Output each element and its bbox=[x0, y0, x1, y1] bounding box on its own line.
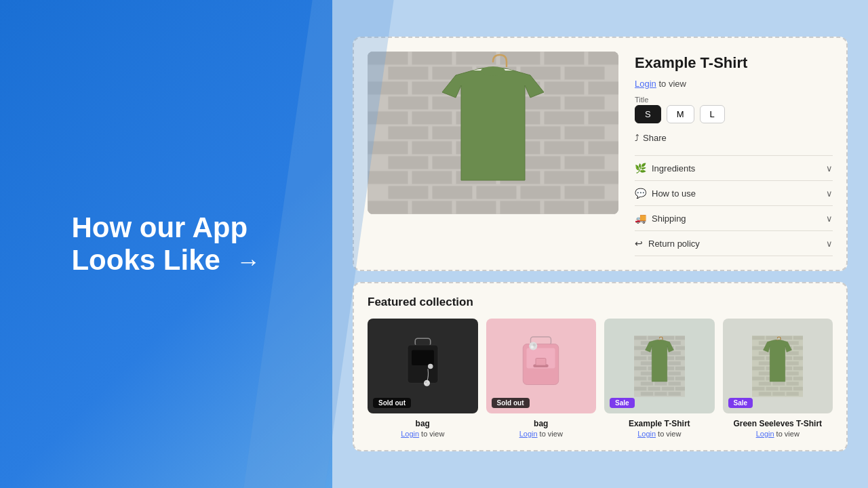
svg-rect-82 bbox=[675, 336, 685, 340]
svg-rect-6 bbox=[588, 52, 618, 65]
variant-l[interactable]: L bbox=[700, 105, 725, 123]
svg-rect-5 bbox=[544, 52, 585, 65]
product-thumb-image[interactable]: Sale bbox=[723, 319, 833, 413]
svg-rect-49 bbox=[544, 171, 585, 184]
product-name: Green Seeleves T-Shirt bbox=[733, 419, 822, 428]
svg-rect-65 bbox=[412, 350, 434, 365]
hero-line1: How our App bbox=[71, 211, 260, 244]
login-link[interactable]: Login bbox=[756, 430, 774, 438]
accordion-return-policy[interactable]: ↩ Return policy ∨ bbox=[635, 231, 833, 256]
svg-point-62 bbox=[481, 66, 505, 76]
hero-arrow: → bbox=[237, 247, 261, 275]
login-link[interactable]: Login bbox=[637, 430, 656, 438]
variant-label: Title bbox=[635, 96, 833, 104]
product-login: Login to view bbox=[756, 430, 800, 438]
svg-rect-51 bbox=[388, 186, 429, 199]
svg-rect-136 bbox=[752, 356, 765, 360]
svg-point-68 bbox=[425, 381, 427, 383]
right-panel: Example T-Shirt Login to view Title S M … bbox=[332, 0, 868, 488]
share-button[interactable]: ⤴ Share bbox=[635, 130, 833, 146]
product-thumb-image[interactable]: Sale bbox=[604, 319, 715, 413]
share-icon: ⤴ bbox=[635, 133, 639, 143]
variant-m[interactable]: M bbox=[667, 105, 694, 123]
svg-rect-35 bbox=[412, 141, 452, 155]
svg-rect-55 bbox=[564, 186, 605, 199]
svg-rect-46 bbox=[412, 171, 452, 184]
svg-rect-38 bbox=[544, 141, 585, 155]
svg-rect-53 bbox=[476, 186, 517, 199]
hero-text: How our App Looks Like → bbox=[31, 211, 301, 277]
return-policy-label: Return policy bbox=[648, 239, 700, 249]
variant-s[interactable]: S bbox=[635, 105, 661, 123]
svg-rect-142 bbox=[787, 361, 800, 365]
svg-rect-124 bbox=[780, 336, 793, 340]
accordion-ingredients[interactable]: 🌿 Ingredients ∨ bbox=[635, 156, 833, 181]
svg-rect-22 bbox=[564, 96, 605, 110]
list-item: Sale Green Seeleves T-Shirt Login to vie… bbox=[723, 319, 833, 438]
svg-rect-132 bbox=[793, 346, 803, 350]
accordion-how-to-use[interactable]: 💬 How to use ∨ bbox=[635, 181, 833, 206]
svg-rect-106 bbox=[668, 371, 681, 375]
svg-rect-17 bbox=[588, 81, 618, 95]
svg-rect-3 bbox=[456, 52, 496, 65]
svg-rect-147 bbox=[759, 371, 772, 375]
list-item: Sale Example T-Shirt Login to view bbox=[604, 319, 715, 438]
svg-rect-60 bbox=[544, 201, 585, 214]
product-login: Login to view bbox=[637, 430, 681, 438]
svg-rect-80 bbox=[648, 336, 660, 340]
svg-rect-58 bbox=[456, 201, 496, 214]
login-link[interactable]: Login bbox=[635, 79, 656, 89]
svg-rect-79 bbox=[634, 336, 647, 340]
bag-black-svg bbox=[397, 334, 448, 399]
list-item: Sold out bag Login to view bbox=[368, 319, 478, 438]
product-thumb-image[interactable]: Sold out bbox=[368, 319, 478, 413]
svg-rect-33 bbox=[564, 126, 605, 140]
tshirt-green2-sm-svg bbox=[752, 334, 803, 399]
svg-rect-18 bbox=[388, 96, 429, 110]
svg-rect-125 bbox=[793, 336, 803, 340]
product-thumb-image[interactable]: Sold out bbox=[486, 319, 597, 413]
login-link[interactable]: Login bbox=[401, 430, 419, 438]
product-card: Example T-Shirt Login to view Title S M … bbox=[353, 37, 848, 271]
products-grid: Sold out bag Login to view bbox=[368, 319, 833, 438]
accordion-list: 🌿 Ingredients ∨ 💬 How to use ∨ 🚚 Ship bbox=[635, 155, 833, 256]
svg-rect-45 bbox=[368, 171, 408, 184]
login-link[interactable]: Login bbox=[519, 430, 538, 438]
svg-rect-7 bbox=[388, 66, 429, 80]
variant-buttons: S M L bbox=[635, 105, 833, 123]
sold-out-badge: Sold out bbox=[373, 398, 411, 408]
svg-rect-96 bbox=[675, 356, 685, 360]
svg-rect-157 bbox=[752, 386, 765, 390]
svg-rect-90 bbox=[641, 351, 654, 355]
svg-rect-40 bbox=[388, 156, 429, 169]
svg-rect-54 bbox=[520, 186, 561, 199]
chevron-down-icon: ∨ bbox=[826, 214, 833, 224]
svg-rect-97 bbox=[641, 361, 654, 365]
svg-point-69 bbox=[427, 383, 429, 385]
svg-rect-150 bbox=[752, 376, 765, 380]
bag-pink-svg bbox=[515, 334, 566, 399]
svg-rect-110 bbox=[675, 376, 685, 380]
svg-rect-113 bbox=[668, 382, 681, 386]
svg-rect-59 bbox=[500, 201, 540, 214]
svg-rect-139 bbox=[793, 356, 803, 360]
svg-rect-149 bbox=[787, 371, 800, 375]
svg-rect-107 bbox=[634, 376, 647, 380]
svg-rect-93 bbox=[634, 356, 647, 360]
svg-rect-146 bbox=[793, 366, 803, 370]
product-title: Example T-Shirt bbox=[635, 54, 833, 72]
left-panel: How our App Looks Like → bbox=[0, 0, 332, 488]
svg-rect-32 bbox=[520, 126, 561, 140]
svg-rect-155 bbox=[772, 382, 785, 386]
svg-rect-118 bbox=[641, 392, 654, 396]
svg-rect-119 bbox=[654, 392, 667, 396]
featured-collection-title: Featured collection bbox=[368, 296, 833, 309]
svg-rect-99 bbox=[668, 361, 681, 365]
svg-rect-43 bbox=[520, 156, 561, 169]
accordion-shipping[interactable]: 🚚 Shipping ∨ bbox=[635, 206, 833, 231]
product-image-svg bbox=[368, 52, 618, 214]
featured-collection-card: Featured collection Sold out bbox=[353, 282, 848, 451]
svg-rect-24 bbox=[412, 111, 452, 125]
svg-rect-27 bbox=[544, 111, 585, 125]
chevron-down-icon: ∨ bbox=[826, 163, 833, 174]
